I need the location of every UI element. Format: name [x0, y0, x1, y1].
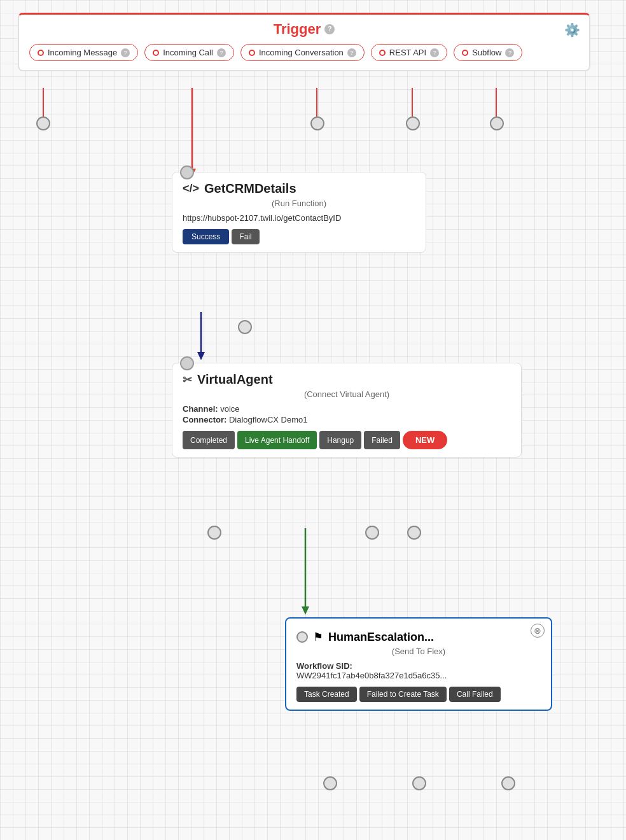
connector-value: DialogflowCX Demo1: [229, 415, 308, 424]
rest-api-label: REST API: [389, 48, 426, 57]
get-crm-title-text: GetCRMDetails: [204, 181, 296, 196]
gear-icon[interactable]: ⚙️: [564, 22, 580, 38]
virtual-agent-hangup-button[interactable]: Hangup: [319, 431, 361, 449]
incoming-conversation-button[interactable]: Incoming Conversation ?: [240, 44, 365, 61]
incoming-conversation-help[interactable]: ?: [347, 48, 356, 57]
subflow-button[interactable]: Subflow ?: [454, 44, 522, 61]
virtual-agent-subtitle: (Connect Virtual Agent): [183, 389, 511, 399]
get-crm-node: </> GetCRMDetails (Run Function) https:/…: [172, 172, 426, 253]
subflow-label: Subflow: [472, 48, 501, 57]
incoming-call-help[interactable]: ?: [217, 48, 226, 57]
trigger-output-3[interactable]: [310, 116, 324, 130]
virtual-agent-node: ✂ VirtualAgent (Connect Virtual Agent) C…: [172, 363, 522, 458]
virtual-agent-failed-button[interactable]: Failed: [364, 431, 400, 449]
failed-to-create-task-button[interactable]: Failed to Create Task: [359, 687, 447, 702]
get-crm-success-button[interactable]: Success: [183, 229, 229, 244]
human-escalation-failed-task-output[interactable]: [412, 776, 426, 790]
rest-api-dot: [379, 50, 386, 56]
human-escalation-title: HumanEscalation...: [328, 631, 434, 644]
canvas: Trigger ? ⚙️ Incoming Message ? Incoming…: [0, 0, 626, 840]
human-escalation-buttons: Task Created Failed to Create Task Call …: [296, 687, 541, 702]
trigger-output-1[interactable]: [36, 116, 50, 130]
svg-marker-10: [302, 606, 309, 615]
trigger-title: Trigger ?: [29, 21, 579, 38]
trigger-title-text: Trigger: [274, 21, 321, 38]
task-created-button[interactable]: Task Created: [296, 687, 357, 702]
human-escalation-icon: ⚑: [313, 630, 323, 644]
subflow-dot: [462, 50, 468, 56]
connector-label: Connector:: [183, 415, 226, 424]
get-crm-buttons: Success Fail: [183, 229, 415, 244]
virtual-agent-connector: Connector: DialogflowCX Demo1: [183, 415, 511, 424]
incoming-call-dot: [153, 50, 159, 56]
incoming-conversation-label: Incoming Conversation: [259, 48, 344, 57]
trigger-output-5[interactable]: [490, 116, 504, 130]
incoming-message-help[interactable]: ?: [121, 48, 130, 57]
virtual-agent-title: ✂ VirtualAgent: [183, 372, 511, 387]
virtual-agent-channel: Channel: voice: [183, 404, 511, 414]
trigger-output-4[interactable]: [406, 116, 420, 130]
virtual-agent-title-text: VirtualAgent: [197, 372, 273, 387]
rest-api-help[interactable]: ?: [430, 48, 439, 57]
svg-marker-8: [197, 352, 205, 360]
virtual-agent-live-agent-button[interactable]: Live Agent Handoff: [237, 431, 317, 449]
get-crm-icon: </>: [183, 182, 199, 195]
incoming-message-label: Incoming Message: [48, 48, 117, 57]
virtual-agent-input[interactable]: [180, 356, 194, 370]
get-crm-subtitle: (Run Function): [183, 199, 415, 208]
incoming-call-label: Incoming Call: [163, 48, 213, 57]
virtual-agent-buttons: Completed Live Agent Handoff Hangup Fail…: [183, 431, 511, 449]
human-escalation-input[interactable]: [296, 631, 308, 643]
get-crm-fail-button[interactable]: Fail: [232, 229, 259, 244]
get-crm-input[interactable]: [180, 165, 194, 179]
call-failed-button[interactable]: Call Failed: [449, 687, 501, 702]
virtual-agent-completed-button[interactable]: Completed: [183, 431, 235, 449]
incoming-conversation-dot: [249, 50, 255, 56]
human-escalation-node: ⚑ HumanEscalation... ⊗ (Send To Flex) Wo…: [285, 617, 552, 711]
incoming-message-button[interactable]: Incoming Message ?: [29, 44, 138, 61]
human-escalation-call-failed-output[interactable]: [501, 776, 515, 790]
channel-label: Channel:: [183, 404, 218, 414]
close-button[interactable]: ⊗: [531, 624, 545, 638]
virtual-agent-icon: ✂: [183, 373, 192, 387]
get-crm-fail-output[interactable]: [238, 320, 252, 334]
trigger-panel: Trigger ? ⚙️ Incoming Message ? Incoming…: [18, 13, 590, 71]
trigger-buttons: Incoming Message ? Incoming Call ? Incom…: [29, 44, 579, 61]
virtual-agent-hangup-output[interactable]: [365, 526, 379, 540]
virtual-agent-completed-output[interactable]: [207, 526, 221, 540]
incoming-call-button[interactable]: Incoming Call ?: [144, 44, 234, 61]
workflow-label: Workflow SID:: [296, 661, 541, 671]
incoming-message-dot: [38, 50, 44, 56]
channel-value: voice: [220, 404, 239, 414]
subflow-help[interactable]: ?: [505, 48, 514, 57]
workflow-sid: WW2941fc17ab4e0b8fa327e1d5a6c35...: [296, 671, 541, 680]
trigger-help-icon[interactable]: ?: [324, 24, 335, 34]
get-crm-url: https://hubspot-2107.twil.io/getContactB…: [183, 213, 415, 223]
human-escalation-task-created-output[interactable]: [323, 776, 337, 790]
get-crm-title: </> GetCRMDetails: [183, 181, 415, 196]
virtual-agent-failed-output[interactable]: [407, 526, 421, 540]
virtual-agent-new-button[interactable]: NEW: [403, 431, 447, 449]
human-escalation-subtitle: (Send To Flex): [296, 647, 541, 656]
rest-api-button[interactable]: REST API ?: [371, 44, 447, 61]
